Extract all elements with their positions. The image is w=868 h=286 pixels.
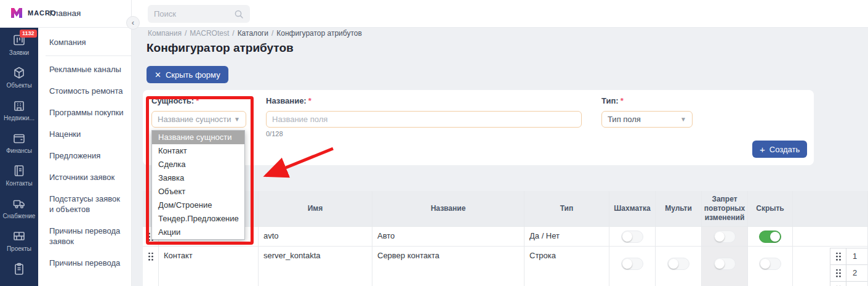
drag-handle[interactable] — [830, 265, 846, 281]
breadcrumb-item[interactable]: Компания — [148, 29, 182, 38]
collapse-sidebar-button[interactable]: ‹ — [126, 16, 140, 30]
dropdown-option[interactable]: Объект — [152, 185, 244, 198]
drag-handle-icon — [835, 252, 842, 261]
sidebar-item-label: Объекты — [6, 82, 31, 89]
submenu-item[interactable]: Стоимость ремонта — [38, 80, 131, 102]
cell-type: Строка — [524, 247, 609, 286]
cell-hide — [748, 247, 793, 286]
breadcrumb-item[interactable]: Конфигуратор атрибутов — [276, 29, 362, 38]
toggle-on[interactable] — [759, 231, 781, 243]
bricks-icon — [12, 229, 26, 243]
entity-select[interactable]: Название сущности ▼ — [151, 111, 246, 128]
submenu-item[interactable]: Программы покупки — [38, 102, 131, 123]
dropdown-option[interactable]: Контакт — [152, 144, 244, 158]
submenu-item[interactable]: Рекламные каналы — [38, 59, 131, 80]
dropdown-option[interactable]: Акции — [152, 226, 244, 239]
dropdown-option[interactable]: Заявка — [152, 171, 244, 185]
submenu-item[interactable]: Компания — [38, 31, 131, 53]
nested-order-table: 12 — [830, 248, 868, 286]
chevron-down-icon: ▼ — [680, 116, 686, 123]
th-type: Тип — [524, 191, 609, 227]
submenu-item[interactable]: Причины перевода заявок — [38, 220, 131, 252]
sidebar-item-Проекты[interactable]: Проекты — [0, 224, 38, 256]
breadcrumb-separator: / — [271, 29, 273, 38]
sidebar-item-Контакты[interactable]: Контакты — [0, 158, 38, 191]
nested-row: 1 — [830, 248, 868, 265]
th-hide: Скрыть — [748, 191, 793, 227]
cell-zapret — [702, 247, 748, 286]
submenu-item[interactable]: Подстатусы заявок и объектов — [38, 188, 131, 220]
drag-handle-icon — [148, 252, 154, 261]
submenu-item[interactable]: Источники заявок — [38, 166, 131, 188]
nested-row — [830, 282, 868, 286]
table-body: avtoАвтоДа / НетКонтактserver_kontaktaСе… — [143, 227, 868, 286]
toggle-off[interactable] — [713, 258, 736, 270]
cell-multi — [656, 247, 702, 286]
th-shahmatka: Шахматка — [609, 191, 656, 227]
cell-shahmatka — [609, 227, 656, 247]
th-name: Имя — [259, 191, 372, 227]
sidebar-item-label: Недвижи... — [4, 115, 34, 121]
sidebar-item-extra[interactable] — [0, 256, 38, 282]
submenu-panel: КомпанияРекламные каналыСтоимость ремонт… — [38, 28, 131, 286]
dropdown-option[interactable]: Сделка — [152, 158, 244, 171]
sidebar-item-label: Проекты — [7, 245, 31, 252]
sidebar-item-Объекты[interactable]: Объекты — [0, 60, 38, 93]
type-select[interactable]: Тип поля ▼ — [601, 111, 693, 128]
toggle-off[interactable] — [667, 258, 689, 270]
submenu-header[interactable]: Главная — [49, 9, 81, 18]
sidebar-item-Заявки[interactable]: 1132Заявки — [0, 28, 38, 60]
breadcrumb-separator: / — [232, 29, 234, 38]
toggle-off[interactable] — [621, 258, 643, 270]
sidebar-item-Финансы[interactable]: Финансы — [0, 126, 38, 158]
dropdown-option[interactable]: Название сущности — [152, 131, 244, 144]
hide-form-label: Скрыть форму — [166, 70, 220, 80]
divider — [46, 55, 131, 56]
submenu-item[interactable]: Предложения — [38, 145, 131, 166]
cell-type: Да / Нет — [524, 227, 609, 247]
search-box[interactable] — [148, 5, 250, 23]
char-counter: 0/128 — [266, 130, 582, 137]
breadcrumb-item[interactable]: Каталоги — [238, 29, 268, 38]
toggle-off[interactable] — [713, 231, 736, 243]
truck-icon — [12, 196, 26, 211]
entity-field: Сущность:* Название сущности ▼ — [151, 96, 246, 128]
dropdown-option[interactable]: Тендер.Предложение — [152, 212, 244, 226]
cell-title: Авто — [372, 227, 524, 247]
submenu-item[interactable]: Наценки — [38, 123, 131, 145]
drag-handle[interactable] — [830, 282, 846, 286]
count-badge: 1132 — [20, 30, 37, 38]
toggle-off[interactable] — [621, 231, 643, 243]
submenu-item[interactable]: Причины перевода — [38, 252, 131, 274]
nav-rail: 1132ЗаявкиОбъектыНедвижи...ФинансыКонтак… — [0, 28, 38, 286]
table-header-empty — [793, 191, 868, 227]
breadcrumb: Компания/MACROtest/Каталоги/Конфигуратор… — [148, 29, 362, 38]
name-label: Название:* — [266, 96, 582, 105]
cube-icon — [12, 65, 26, 80]
breadcrumb-item[interactable]: MACROtest — [190, 29, 229, 38]
submenu-divider-line — [131, 0, 132, 286]
table-row: avtoАвтоДа / Нет — [143, 227, 868, 247]
name-input[interactable] — [272, 115, 576, 124]
order-number — [846, 282, 868, 286]
wallet-icon — [12, 131, 26, 145]
type-field: Тип:* Тип поля ▼ — [601, 96, 693, 128]
drag-handle[interactable] — [830, 248, 846, 264]
cell-zapret — [702, 227, 748, 247]
sidebar-item-Снабжение[interactable]: Снабжение — [0, 191, 38, 224]
hide-form-button[interactable]: ✕ Скрыть форму — [147, 66, 228, 83]
cell-name: server_kontakta — [259, 247, 372, 286]
order-number: 2 — [846, 265, 868, 281]
attributes-table: ИмяНазваниеТипШахматкаМультиЗапрет повто… — [143, 191, 868, 286]
sidebar-item-Недвижи...[interactable]: Недвижи... — [0, 93, 38, 126]
required-asterisk: * — [308, 96, 311, 105]
cell-title: Сервер контакта — [372, 247, 524, 286]
toggle-off[interactable] — [759, 258, 781, 270]
dropdown-option[interactable]: Дом/Строение — [152, 198, 244, 212]
row-drag-handle[interactable] — [143, 247, 159, 286]
th-zapret: Запрет повторных изменений — [702, 191, 748, 227]
search-input[interactable] — [154, 9, 234, 18]
type-label: Тип:* — [601, 96, 693, 105]
create-button[interactable]: + Создать — [752, 141, 807, 158]
entity-select-value: Название сущности — [158, 115, 231, 124]
